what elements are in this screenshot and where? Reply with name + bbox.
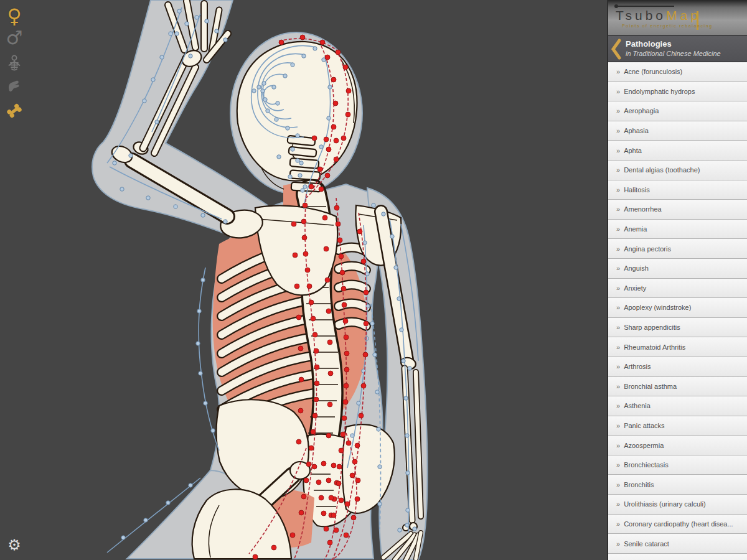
- pathology-item[interactable]: »Acne (forunculosis): [608, 62, 747, 82]
- skeleton-icon: [6, 55, 22, 73]
- pathology-item[interactable]: »Panic attacks: [608, 416, 747, 436]
- pathology-item[interactable]: »Bronchial asthma: [608, 377, 747, 397]
- bone-icon: [5, 102, 24, 121]
- hand-icon: [6, 78, 22, 96]
- pathology-item[interactable]: »Aphta: [608, 141, 747, 161]
- pathology-item[interactable]: »Asthenia: [608, 396, 747, 416]
- pathology-item[interactable]: »Apoplexy (windstroke): [608, 298, 747, 318]
- pathology-item[interactable]: »Arthrosis: [608, 357, 747, 377]
- male-model-button[interactable]: ♂: [4, 29, 25, 47]
- pathology-item[interactable]: »Anxiety: [608, 279, 747, 299]
- pathology-list: »Acne (forunculosis)»Endolymphatic hydro…: [608, 62, 747, 560]
- pathology-item[interactable]: »Anemia: [608, 220, 747, 240]
- panel-header: Pathologies in Traditional Chinese Medic…: [608, 35, 747, 62]
- pathology-item[interactable]: »Senile cataract: [608, 534, 747, 554]
- pathology-item[interactable]: »Bronchiectasis: [608, 455, 747, 475]
- muscles-view-button[interactable]: [4, 78, 25, 98]
- pathology-item[interactable]: »Sharp appendicitis: [608, 318, 747, 338]
- pathology-item[interactable]: »Urolithiasis (urinary calculi): [608, 495, 747, 515]
- skeleton-view-button[interactable]: [4, 55, 25, 76]
- pathology-item[interactable]: »Rheumatoid Arthritis: [608, 337, 747, 357]
- settings-button[interactable]: ⚙: [4, 538, 25, 553]
- panel-title: Pathologies: [626, 39, 721, 49]
- pathology-item[interactable]: »Aphasia: [608, 121, 747, 141]
- app-logo: TsuboMap Points of energetic rebalancing: [608, 0, 747, 35]
- anatomy-canvas[interactable]: [0, 0, 607, 560]
- app-window: ♀ ♂: [0, 0, 747, 560]
- brand-name-accent: Map: [666, 8, 701, 22]
- pathology-item-partial[interactable]: [608, 554, 747, 560]
- pathology-item[interactable]: »Coronary cardiopathy (heart disea...: [608, 515, 747, 534]
- logo-tagline: Points of energetic rebalancing: [622, 24, 713, 28]
- back-chevron-icon: [611, 39, 622, 60]
- view-toolbar: ♀ ♂: [0, 0, 29, 560]
- pathology-item[interactable]: »Angina pectoris: [608, 239, 747, 259]
- pathology-item[interactable]: »Aerophagia: [608, 101, 747, 121]
- pathology-item[interactable]: »Halitosis: [608, 180, 747, 200]
- logo-rule: [617, 6, 674, 7]
- female-model-button[interactable]: ♀: [4, 6, 25, 26]
- pathology-item[interactable]: »Amenorrhea: [608, 200, 747, 220]
- skeleton-figure[interactable]: [0, 0, 607, 560]
- pathology-item[interactable]: »Anguish: [608, 259, 747, 279]
- pathology-item[interactable]: »Bronchitis: [608, 475, 747, 495]
- bones-view-button[interactable]: [4, 102, 25, 123]
- brand-name-primary: Tsubo: [616, 8, 666, 22]
- panel-subtitle: in Traditional Chinese Medicine: [626, 49, 721, 58]
- pathology-item[interactable]: »Endolymphatic hydrops: [608, 82, 747, 102]
- pathology-item[interactable]: »Dental algias (toothache): [608, 161, 747, 180]
- back-button[interactable]: [611, 39, 622, 62]
- side-panel: TsuboMap Points of energetic rebalancing…: [607, 0, 747, 560]
- pathology-item[interactable]: »Azoospermia: [608, 436, 747, 455]
